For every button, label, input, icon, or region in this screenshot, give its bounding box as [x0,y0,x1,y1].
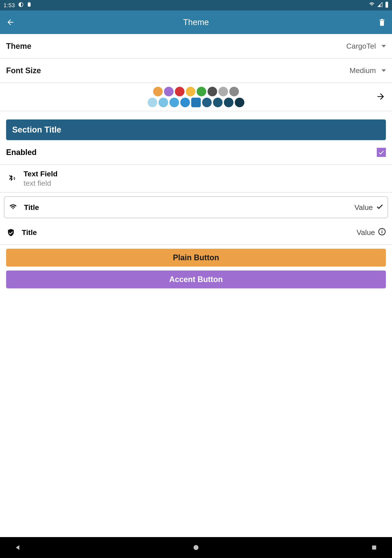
delete-button[interactable] [378,18,386,26]
chevron-down-icon [382,69,386,72]
enabled-toggle-row[interactable]: Enabled [0,140,392,165]
theme-selector[interactable]: Theme CargoTel [0,34,392,58]
color-palette-row[interactable] [0,83,392,111]
text-field-hint: text field [24,179,58,187]
theme-value: CargoTel [346,42,376,50]
theme-label: Theme [6,42,31,51]
color-swatch-selected[interactable] [191,98,201,107]
color-swatch[interactable] [202,98,212,107]
color-swatch[interactable] [218,87,228,96]
page-title: Theme [0,18,392,27]
enabled-label: Enabled [6,148,37,157]
color-swatch[interactable] [153,87,163,96]
plain-button[interactable]: Plain Button [6,249,386,267]
list-item-value: Value [357,228,375,237]
chevron-down-icon [382,45,386,48]
font-size-value: Medium [349,66,376,75]
color-swatch[interactable] [159,98,168,107]
timer-icon [18,2,24,9]
arrow-right-icon[interactable] [376,92,385,102]
content-area: Theme CargoTel Font Size Medium Section … [0,34,392,537]
signal-icon [377,2,383,9]
list-item-title: Title [24,203,39,212]
svg-rect-4 [372,546,376,550]
bluetooth-icon [6,174,16,183]
color-swatch[interactable] [175,87,184,96]
status-time: 1:53 [3,2,15,9]
shield-check-icon [6,228,16,237]
system-nav-bar [0,537,392,558]
accent-button[interactable]: Accent Button [6,270,386,288]
list-item-shield[interactable]: Title Value [0,220,392,245]
nav-recent-button[interactable] [369,543,379,552]
enabled-checkbox[interactable] [377,148,386,157]
svg-point-2 [382,229,383,230]
list-item-title: Title [22,228,37,237]
battery-icon [385,1,389,9]
font-size-label: Font Size [6,66,41,75]
color-swatch[interactable] [224,98,233,107]
wifi-icon [368,2,375,9]
color-swatch[interactable] [235,98,244,107]
status-bar: 1:53 [0,0,392,10]
svg-point-3 [194,545,199,550]
color-swatch[interactable] [197,87,206,96]
nav-home-button[interactable] [191,543,201,552]
text-field-label: Text Field [24,170,58,178]
clipboard-icon [27,2,32,9]
color-swatch[interactable] [170,98,179,107]
section-header: Section Title [6,119,386,140]
app-bar: Theme [0,10,392,34]
color-swatch[interactable] [186,87,195,96]
color-swatch[interactable] [229,87,239,96]
color-swatch[interactable] [164,87,174,96]
nav-back-button[interactable] [13,543,23,552]
color-swatch[interactable] [180,98,190,107]
check-icon [376,202,384,212]
wifi-icon [8,204,18,211]
list-item-value: Value [355,203,373,212]
font-size-selector[interactable]: Font Size Medium [0,58,392,83]
info-icon[interactable] [378,228,386,237]
text-field-row[interactable]: Text Field text field [0,165,392,192]
back-button[interactable] [6,18,15,26]
color-swatch[interactable] [213,98,222,107]
color-swatch[interactable] [208,87,217,96]
list-item-outlined[interactable]: Title Value [4,196,388,218]
color-swatch[interactable] [148,98,157,107]
